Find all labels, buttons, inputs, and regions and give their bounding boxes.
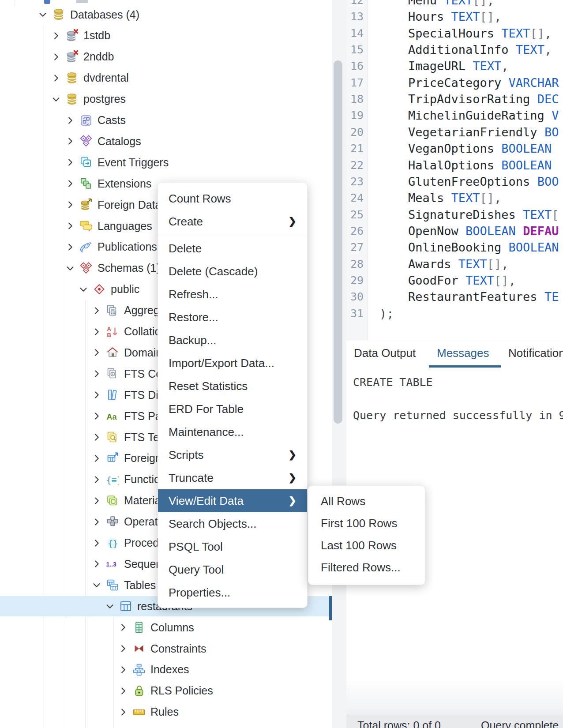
chevron-right-icon[interactable] [91,368,102,379]
tree-item-databases-4[interactable]: Databases (4) [0,4,329,25]
menu-item-view-edit-data[interactable]: View/Edit Data❯ [158,489,307,512]
languages-icon [79,219,93,233]
message-line: Query returned successfully in 9 [353,409,563,422]
chevron-right-icon[interactable] [91,538,102,548]
menu-item-delete[interactable]: Delete [158,237,307,260]
code-text: HalalOptions BOOLEAN [379,157,552,173]
menu-item-truncate[interactable]: Truncate❯ [158,466,307,489]
chevron-down-icon[interactable] [65,263,75,274]
menu-item-query-tool[interactable]: Query Tool [158,558,307,581]
submenu-item-last-100-rows[interactable]: Last 100 Rows [308,534,425,556]
event-triggers-icon [79,156,93,169]
menu-item-maintenance[interactable]: Maintenance... [158,420,307,443]
chevron-right-icon[interactable] [91,411,102,421]
chevron-right-icon[interactable] [51,52,61,62]
chevron-right-icon[interactable] [91,495,102,506]
message-line: CREATE TABLE [353,376,433,389]
tree-item-label: Catalogs [98,135,141,148]
menu-item-search-objects[interactable]: Search Objects... [158,512,307,535]
chevron-right-icon[interactable] [91,305,102,316]
chevron-right-icon[interactable] [65,199,75,210]
chevron-right-icon[interactable] [91,390,102,400]
menu-item-restore[interactable]: Restore... [158,306,307,329]
chevron-right-icon[interactable] [65,136,75,146]
rls-policies-icon [132,684,146,698]
menu-item-import-export-data[interactable]: Import/Export Data... [158,352,307,375]
chevron-right-icon[interactable] [51,30,61,41]
databases-icon [52,8,65,21]
chevron-right-icon[interactable] [118,643,128,654]
chevron-right-icon[interactable] [91,326,102,337]
tree-item-catalogs[interactable]: Catalogs [0,131,329,151]
chevron-right-icon[interactable] [91,453,102,464]
tree-item-rules[interactable]: Rules [0,702,329,722]
menu-item-erd-for-table[interactable]: ERD For Table [158,398,307,420]
menu-item-reset-statistics[interactable]: Reset Statistics [158,375,307,398]
chevron-right-icon[interactable] [51,73,61,83]
domains-icon [106,346,119,359]
chevron-down-icon[interactable] [38,9,48,20]
menu-item-backup[interactable]: Backup... [158,329,307,352]
menu-item-label: Create [169,215,203,228]
line-number: 14 [346,25,364,41]
submenu-item-all-rows[interactable]: All Rows [308,490,425,512]
code-text: RestaurantFeatures TE [379,289,559,305]
tree-item-casts[interactable]: Casts [0,110,329,131]
chevron-down-icon[interactable] [91,580,102,590]
extensions-icon [79,177,93,190]
chevron-down-icon[interactable] [51,94,61,105]
menu-item-refresh[interactable]: Refresh... [158,283,307,306]
tree-scrollbar-thumb[interactable] [329,596,332,620]
tree-item-indexes[interactable]: Indexes [0,660,329,680]
menu-item-properties[interactable]: Properties... [158,581,307,604]
chevron-right-icon[interactable] [91,432,102,443]
catalogs-icon [79,135,93,148]
tree-item-2nddb[interactable]: 2nddb [0,47,329,67]
editor-scrollbar-thumb[interactable] [334,60,342,424]
chevron-right-icon[interactable] [118,707,128,717]
chevron-right-icon[interactable] [91,517,102,527]
chevron-right-icon[interactable] [118,686,128,696]
menu-item-create[interactable]: Create❯ [158,210,307,233]
chevron-down-icon[interactable] [105,601,115,612]
menu-item-scripts[interactable]: Scripts❯ [158,443,307,466]
tree-item-dvdrental[interactable]: dvdrental [0,68,329,88]
server-label-partial [76,0,88,3]
panel-splitter [332,0,346,728]
chevron-right-icon[interactable] [65,157,75,168]
tree-item-label: dvdrental [83,71,129,84]
tree-item-constraints[interactable]: Constraints [0,638,329,659]
menu-item-count-rows[interactable]: Count Rows [158,187,307,210]
tab-notifications[interactable]: Notifications [508,346,563,360]
tree-item-postgres[interactable]: postgres [0,89,329,109]
tree-item-1stdb[interactable]: 1stdb [0,26,329,46]
chevron-right-icon[interactable] [65,242,75,252]
svg-text:A: A [107,326,112,332]
chevron-right-icon[interactable] [65,178,75,189]
columns-icon [132,621,146,634]
functions-icon: {≡} [106,473,119,486]
tab-data-output[interactable]: Data Output [354,346,416,360]
submenu-item-filtered-rows[interactable]: Filtered Rows... [308,556,425,578]
tree-item-columns[interactable]: Columns [0,617,329,638]
tab-messages[interactable]: Messages [437,346,489,360]
tree-item-rls-policies[interactable]: RLS Policies [0,681,329,701]
fts-templates-icon [106,431,119,444]
menu-item-psql-tool[interactable]: PSQL Tool [158,535,307,558]
menu-item-delete-cascade[interactable]: Delete (Cascade) [158,260,307,283]
chevron-right-icon[interactable] [91,347,102,358]
tree-item-label: 2nddb [83,50,114,63]
chevron-right-icon[interactable] [91,559,102,569]
database-icon [65,93,79,106]
chevron-right-icon[interactable] [91,474,102,485]
chevron-right-icon[interactable] [65,221,75,231]
sql-editor[interactable]: 12 Menu TEXT[],13 Hours TEXT[],14 Specia… [346,0,563,340]
tree-item-label: Constraints [150,642,206,655]
chevron-right-icon[interactable] [118,622,128,633]
chevron-right-icon[interactable] [65,115,75,126]
tree-item-event-triggers[interactable]: Event Triggers [0,152,329,173]
submenu-item-first-100-rows[interactable]: First 100 Rows [308,512,425,534]
chevron-right-icon[interactable] [118,664,128,675]
chevron-down-icon[interactable] [78,284,89,295]
code-line-17: 17 PriceCategory VARCHAR [346,75,563,91]
